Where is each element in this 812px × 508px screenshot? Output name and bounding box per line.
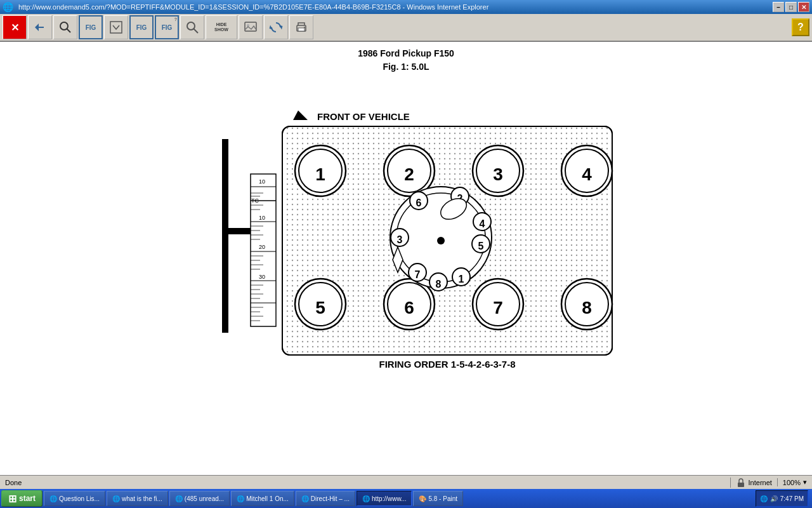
- taskbar-item-label-1: what is the fi...: [122, 495, 162, 502]
- start-button[interactable]: ⊞ start: [1, 490, 43, 507]
- fig-button-1[interactable]: FIG: [79, 15, 103, 39]
- engine-diagram: 10 TC 10 20 30: [168, 85, 644, 384]
- taskbar-item-6[interactable]: 🎨 5.8 - Paint: [413, 491, 463, 506]
- svg-text:30: 30: [259, 274, 265, 280]
- firing-order-text: FIRING ORDER 1-5-4-2-6-3-7-8: [379, 359, 515, 370]
- statusbar: Done Internet 100% ▾: [0, 475, 812, 489]
- print-button[interactable]: [289, 15, 313, 39]
- diagram-svg: 10 TC 10 20 30: [168, 85, 644, 384]
- svg-text:8: 8: [436, 279, 442, 290]
- svg-rect-95: [738, 483, 744, 487]
- minimize-button[interactable]: –: [773, 2, 784, 12]
- taskbar-right: 🌐 🔊 7:47 PM: [756, 490, 811, 507]
- svg-point-92: [437, 237, 445, 244]
- svg-text:7: 7: [493, 298, 503, 318]
- svg-text:5: 5: [478, 241, 484, 251]
- svg-rect-10: [298, 28, 304, 31]
- search-button[interactable]: [53, 15, 77, 39]
- taskbar-item-5[interactable]: 🌐 http://www...: [357, 491, 412, 506]
- titlebar-text: http://www.ondemand5.com/?MOD=REPTIFF&MO…: [16, 3, 773, 11]
- zoom-text: 100%: [783, 479, 801, 486]
- close-window-button[interactable]: ✕: [798, 2, 809, 12]
- svg-text:20: 20: [259, 244, 265, 250]
- taskbar-item-label-0: Question Lis...: [59, 495, 100, 502]
- svg-text:10: 10: [259, 178, 265, 185]
- security-zone: Internet: [730, 478, 772, 488]
- image-button[interactable]: [239, 15, 263, 39]
- help-button[interactable]: ?: [792, 18, 809, 36]
- maximize-button[interactable]: □: [785, 2, 797, 12]
- select-button[interactable]: [104, 15, 128, 39]
- fig-button-3[interactable]: FIG?: [155, 15, 179, 39]
- clock: 7:47 PM: [780, 495, 804, 502]
- svg-text:4: 4: [480, 218, 485, 229]
- svg-text:8: 8: [582, 298, 592, 318]
- status-text: Done: [5, 479, 730, 486]
- front-label: FRONT OF VEHICLE: [317, 111, 410, 122]
- svg-line-4: [193, 29, 198, 33]
- hide-show-button[interactable]: HIDESHOW: [206, 15, 237, 39]
- svg-text:2: 2: [404, 164, 414, 184]
- start-label: start: [19, 494, 36, 503]
- taskbar-item-4[interactable]: 🌐 Direct-Hit – ...: [296, 491, 355, 506]
- fig-title: Fig. 1: 5.0L: [358, 60, 454, 74]
- titlebar: 🌐 http://www.ondemand5.com/?MOD=REPTIFF&…: [0, 0, 812, 14]
- system-tray: 🌐 🔊 7:47 PM: [756, 490, 808, 507]
- fig-button-2[interactable]: FIG: [129, 15, 154, 39]
- tray-speaker-icon: 🔊: [770, 495, 778, 502]
- close-icon-btn[interactable]: ✕: [3, 15, 27, 39]
- page-title: 1986 Ford Pickup F150 Fig. 1: 5.0L: [358, 47, 454, 74]
- main-content: 1986 Ford Pickup F150 Fig. 1: 5.0L 10 TC…: [0, 42, 812, 480]
- taskbar-item-label-3: Mitchell 1 On...: [246, 495, 289, 502]
- vehicle-title: 1986 Ford Pickup F150: [358, 47, 454, 60]
- taskbar-item-1[interactable]: 🌐 what is the fi...: [107, 491, 168, 506]
- back-button[interactable]: [28, 15, 52, 39]
- tray-network-icon: 🌐: [760, 495, 768, 502]
- svg-text:1: 1: [315, 164, 325, 184]
- svg-text:4: 4: [582, 164, 592, 184]
- svg-text:6: 6: [404, 298, 414, 318]
- zoom-level: 100% ▾: [777, 478, 807, 486]
- svg-line-1: [67, 29, 70, 32]
- svg-text:3: 3: [493, 164, 503, 184]
- svg-text:6: 6: [416, 197, 422, 208]
- svg-text:3: 3: [397, 234, 403, 245]
- svg-rect-14: [251, 174, 276, 326]
- taskbar-item-label-5: http://www...: [372, 495, 406, 502]
- svg-text:5: 5: [315, 298, 325, 318]
- zone-name: Internet: [749, 479, 772, 486]
- svg-marker-46: [293, 110, 308, 120]
- svg-text:1: 1: [459, 274, 464, 284]
- svg-point-11: [304, 27, 305, 28]
- taskbar-item-label-2: (485 unread...: [185, 495, 224, 502]
- taskbar: ⊞ start 🌐 Question Lis... 🌐 what is the …: [0, 489, 812, 508]
- toolbar: ✕ FIG FIG FIG? HIDESHOW ?: [0, 14, 812, 42]
- taskbar-item-label-6: 5.8 - Paint: [428, 495, 457, 502]
- svg-rect-2: [110, 22, 122, 33]
- taskbar-item-label-4: Direct-Hit – ...: [311, 495, 350, 502]
- zoom-dropdown-icon[interactable]: ▾: [803, 478, 807, 486]
- status-right: Internet 100% ▾: [730, 478, 807, 488]
- taskbar-item-0[interactable]: 🌐 Question Lis...: [44, 491, 105, 506]
- search-icon-btn[interactable]: [180, 15, 204, 39]
- svg-text:10: 10: [259, 215, 265, 221]
- refresh-button[interactable]: [264, 15, 288, 39]
- taskbar-item-2[interactable]: 🌐 (485 unread...: [169, 491, 230, 506]
- taskbar-item-3[interactable]: 🌐 Mitchell 1 On...: [231, 491, 294, 506]
- svg-text:7: 7: [415, 269, 421, 280]
